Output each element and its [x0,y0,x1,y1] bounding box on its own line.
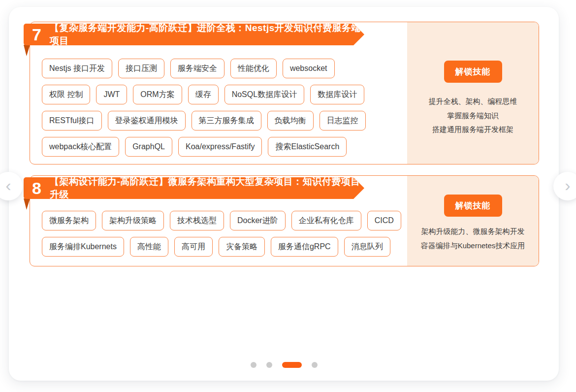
carousel-pagination [9,362,559,368]
skill-tag: Koa/express/Fastify [178,137,262,157]
skill-summary-line: 架构升级能力、微服务架构开发 [421,225,525,239]
course-stages-panel: 7 【复杂服务端开发能力-高阶跃迁】进阶全栈：Nestjs开发知识付费服务端项目… [9,7,559,381]
skill-tag: 高性能 [130,237,168,257]
unlock-skills-panel: 解锁技能 提升全栈、架构、编程思维 掌握服务端知识 搭建通用服务端开发框架 [407,22,539,164]
skill-tag: CICD [367,211,401,230]
skill-tag: 缓存 [188,85,219,104]
skill-tag: 服务通信gRPC [271,237,338,257]
skill-tag: JWT [96,85,127,104]
course-carousel-page: 7 【复杂服务端开发能力-高阶跃迁】进阶全栈：Nestjs开发知识付费服务端项目… [0,0,576,392]
pagination-dot-3[interactable] [282,362,302,368]
skill-tag: Docker进阶 [230,211,286,230]
pagination-dot-2[interactable] [266,362,272,368]
pagination-dot-1[interactable] [251,362,256,368]
tag-row: Nestjs 接口开发 接口压测 服务端安全 性能优化 websocket [42,59,407,78]
skill-tag: 架构升级策略 [102,211,164,230]
unlock-skills-button[interactable]: 解锁技能 [444,195,502,217]
stage-number: 8 [32,180,41,196]
chevron-left-icon: ‹ [5,177,11,194]
unlock-skills-button[interactable]: 解锁技能 [444,61,502,83]
skill-tag: 服务编排Kubernets [42,237,124,257]
skill-summary-line: 容器编排与Kubernetes技术应用 [421,239,525,253]
skill-tag: Nestjs 接口开发 [42,59,112,78]
skill-summary: 提升全栈、架构、编程思维 掌握服务端知识 搭建通用服务端开发框架 [429,95,517,137]
skill-tag: 搜索ElasticSearch [268,137,347,157]
skill-tag: 数据库设计 [310,85,364,104]
skill-tag: websocket [283,59,335,78]
pagination-dot-4[interactable] [312,362,318,368]
skill-tag: 登录鉴权通用模块 [108,111,186,131]
stage-7-banner: 7 【复杂服务端开发能力-高阶跃迁】进阶全栈：Nestjs开发知识付费服务端项目 [24,24,364,45]
tag-row: 服务编排Kubernets 高性能 高可用 灾备策略 服务通信gRPC 消息队列 [42,237,407,257]
skill-summary-line: 搭建通用服务端开发框架 [429,123,517,137]
stage-card-7: 7 【复杂服务端开发能力-高阶跃迁】进阶全栈：Nestjs开发知识付费服务端项目… [30,22,539,164]
skill-tag: 权限 控制 [42,85,90,104]
skill-tag: 第三方服务集成 [192,111,261,131]
skill-summary-line: 提升全栈、架构、编程思维 [429,95,517,109]
stage-number: 7 [32,26,41,43]
skill-tag: 技术栈选型 [170,211,224,230]
stage-card-8: 8 【架构设计能力-高阶跃迁】微服务架构重构大型复杂项目：知识付费项目升级 微服… [30,175,539,266]
skill-tag: 服务端安全 [170,59,224,78]
tag-row: 微服务架构 架构升级策略 技术栈选型 Docker进阶 企业私有化仓库 CICD [42,211,407,230]
skill-summary: 架构升级能力、微服务架构开发 容器编排与Kubernetes技术应用 [421,225,525,253]
skill-tag: webpack核心配置 [42,137,119,157]
skill-tag: 负载均衡 [267,111,314,131]
chevron-right-icon: › [565,177,570,194]
skill-tag: 消息队列 [344,237,390,257]
skill-tag: 高可用 [174,237,213,257]
skill-summary-line: 掌握服务端知识 [429,109,517,123]
skill-tag: RESTful接口 [42,111,102,131]
tag-row: 权限 控制 JWT ORM方案 缓存 NoSQL数据库设计 数据库设计 [42,85,407,104]
skill-tag: 性能优化 [230,59,277,78]
skill-tag: 日志监控 [320,111,366,131]
tag-row: RESTful接口 登录鉴权通用模块 第三方服务集成 负载均衡 日志监控 [42,111,407,131]
skill-tag: GraphQL [125,137,172,157]
stage-8-banner: 8 【架构设计能力-高阶跃迁】微服务架构重构大型复杂项目：知识付费项目升级 [24,177,364,199]
skill-tag: 接口压测 [118,59,164,78]
skill-tag: ORM方案 [133,85,182,104]
stage-title: 【架构设计能力-高阶跃迁】微服务架构重构大型复杂项目：知识付费项目升级 [50,175,364,201]
stage-title: 【复杂服务端开发能力-高阶跃迁】进阶全栈：Nestjs开发知识付费服务端项目 [50,22,364,47]
skill-tag: 灾备策略 [219,237,265,257]
skill-tag: NoSQL数据库设计 [224,85,304,104]
unlock-skills-panel: 解锁技能 架构升级能力、微服务架构开发 容器编排与Kubernetes技术应用 [407,176,539,266]
skill-tag: 微服务架构 [42,211,96,230]
tag-row: webpack核心配置 GraphQL Koa/express/Fastify … [42,137,407,157]
skill-tag: 企业私有化仓库 [291,211,361,230]
